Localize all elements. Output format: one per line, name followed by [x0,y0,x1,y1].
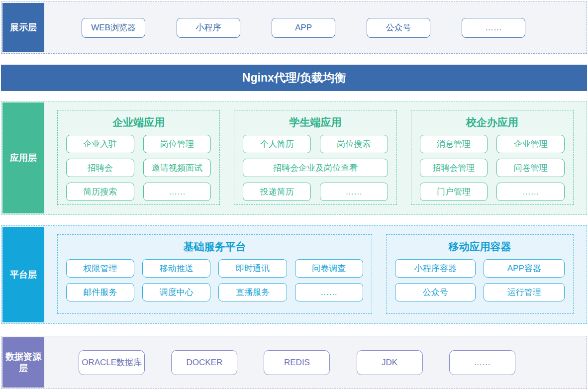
platform-groups: 基础服务平台 权限管理 移动推送 即时通讯 问卷调查 邮件服务 调度中心 直播服… [45,226,587,323]
data-item-docker: DOCKER [171,350,237,375]
platform-item: 小程序容器 [395,259,476,278]
platform-item: 问卷调查 [295,259,363,278]
data-item-jdk: JDK [357,350,423,375]
platform-item: 即时通讯 [218,259,287,278]
layer-label-platform: 平台层 [2,227,44,322]
presentation-item-ellipsis: …… [462,18,525,38]
app-item: 邀请视频面试 [143,159,211,177]
app-item: 个人简历 [243,135,311,153]
presentation-item-app: APP [272,18,335,38]
app-item: 企业管理 [496,135,565,153]
layer-application: 应用层 企业端应用 企业入驻 岗位管理 招聘会 邀请视频面试 简历搜索 …… [1,101,587,215]
group-title-basic-services: 基础服务平台 [66,240,363,254]
architecture-diagram: 展示层 WEB浏览器 小程序 APP 公众号 …… Nginx代理/负载均衡 应… [0,0,588,391]
group-school-enterprise-apps: 校企办应用 消息管理 企业管理 招聘会管理 问卷管理 门户管理 …… [411,110,574,205]
layer-platform: 平台层 基础服务平台 权限管理 移动推送 即时通讯 问卷调查 邮件服务 调度中心… [1,225,587,324]
app-item: 问卷管理 [496,159,565,177]
platform-item-ellipsis: …… [295,283,363,301]
app-item: 消息管理 [420,135,488,153]
platform-item: 直播服务 [218,283,287,301]
app-item-ellipsis: …… [496,183,565,201]
app-item: 岗位搜索 [320,135,388,153]
app-item: 简历搜索 [66,183,134,201]
layer-presentation: 展示层 WEB浏览器 小程序 APP 公众号 …… [1,1,587,54]
group-title-enterprise: 企业端应用 [66,115,211,129]
app-item: 招聘会管理 [420,159,488,177]
presentation-items: WEB浏览器 小程序 APP 公众号 …… [45,2,587,53]
data-item-oracle: ORACLE数据库 [79,350,145,375]
nginx-proxy-bar: Nginx代理/负载均衡 [1,65,587,91]
platform-item: 移动推送 [142,259,210,278]
app-item: 企业入驻 [66,135,134,153]
presentation-item-web-browser: WEB浏览器 [82,18,145,38]
application-groups: 企业端应用 企业入驻 岗位管理 招聘会 邀请视频面试 简历搜索 …… [45,101,587,214]
platform-item: 公众号 [395,283,476,301]
layer-data-resources: 数据资源层 ORACLE数据库 DOCKER REDIS JDK …… [1,336,587,389]
data-item-redis: REDIS [264,350,330,375]
app-item: 投递简历 [243,183,311,201]
layer-label-application: 应用层 [2,102,44,213]
platform-item: 邮件服务 [66,283,134,301]
app-item: 岗位管理 [143,135,211,153]
group-basic-services: 基础服务平台 权限管理 移动推送 即时通讯 问卷调查 邮件服务 调度中心 直播服… [57,234,372,314]
platform-item: APP容器 [484,259,565,278]
app-item: 招聘会企业及岗位查看 [243,159,388,177]
group-mobile-containers: 移动应用容器 小程序容器 APP容器 公众号 运行管理 [386,234,574,314]
app-item: 招聘会 [66,159,134,177]
data-item-ellipsis: …… [449,350,515,375]
layer-label-data-resources: 数据资源层 [2,337,44,388]
platform-item: 调度中心 [142,283,210,301]
platform-item: 权限管理 [66,259,134,278]
group-student-apps: 学生端应用 个人简历 岗位搜索 招聘会企业及岗位查看 投递简历 …… [234,110,396,205]
layer-label-presentation: 展示层 [2,3,44,52]
presentation-item-official-account: 公众号 [367,18,430,38]
group-title-mobile-containers: 移动应用容器 [395,240,565,254]
data-resource-items: ORACLE数据库 DOCKER REDIS JDK …… [45,336,587,389]
presentation-item-mini-program: 小程序 [177,18,240,38]
app-item-ellipsis: …… [143,183,211,201]
app-item-ellipsis: …… [320,183,388,201]
app-item: 门户管理 [420,183,488,201]
group-title-school-enterprise: 校企办应用 [420,115,565,129]
group-title-student: 学生端应用 [243,115,388,129]
group-enterprise-apps: 企业端应用 企业入驻 岗位管理 招聘会 邀请视频面试 简历搜索 …… [57,110,220,205]
platform-item: 运行管理 [484,283,565,301]
